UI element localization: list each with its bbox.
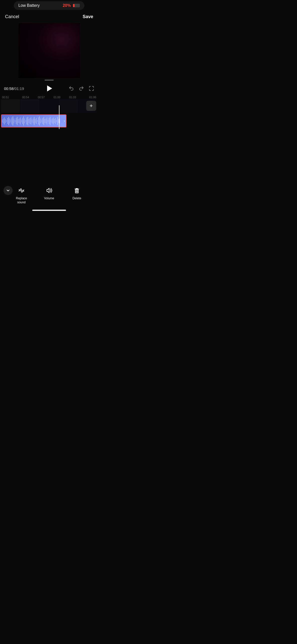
svg-rect-16 xyxy=(19,118,20,123)
undo-icon[interactable] xyxy=(69,86,74,91)
svg-rect-50 xyxy=(55,118,56,124)
waveform-svg xyxy=(2,115,60,127)
ruler-00-51: 00:51 xyxy=(1,96,18,99)
svg-rect-42 xyxy=(47,117,47,124)
ruler-00-57: 00:57 xyxy=(34,96,49,99)
ruler-01-03: 01:03 xyxy=(65,96,80,99)
svg-rect-26 xyxy=(30,118,30,124)
save-button[interactable]: Save xyxy=(83,14,93,19)
svg-rect-38 xyxy=(42,118,43,124)
svg-rect-45 xyxy=(50,117,50,125)
svg-point-55 xyxy=(21,190,22,191)
video-thumb-3 xyxy=(40,99,59,113)
plus-icon: + xyxy=(90,103,93,109)
svg-rect-2 xyxy=(4,117,5,124)
svg-rect-51 xyxy=(56,120,57,122)
svg-rect-35 xyxy=(39,116,40,125)
svg-rect-43 xyxy=(48,120,48,122)
cancel-button[interactable]: Cancel xyxy=(5,14,19,19)
svg-rect-52 xyxy=(57,117,58,125)
replace-sound-icon xyxy=(17,186,26,195)
svg-rect-13 xyxy=(16,118,16,124)
svg-rect-27 xyxy=(31,117,31,124)
svg-rect-3 xyxy=(5,119,6,123)
svg-rect-8 xyxy=(11,119,11,122)
svg-rect-29 xyxy=(33,118,33,123)
total-time: 01:19 xyxy=(15,86,24,91)
status-bar: Low Battery 20% xyxy=(0,0,98,11)
battery-label: Low Battery xyxy=(18,3,40,8)
current-time: 00:58 xyxy=(4,86,14,91)
battery-body xyxy=(73,4,80,7)
svg-rect-21 xyxy=(24,118,25,123)
drag-handle[interactable] xyxy=(45,80,54,81)
svg-rect-5 xyxy=(7,118,8,124)
svg-rect-12 xyxy=(15,120,15,122)
svg-rect-15 xyxy=(18,119,18,123)
svg-rect-24 xyxy=(27,117,28,125)
ruler-00-54: 00:54 xyxy=(18,96,33,99)
svg-rect-19 xyxy=(22,118,23,124)
svg-rect-44 xyxy=(49,118,49,124)
svg-rect-31 xyxy=(35,119,36,123)
delete-button[interactable]: Delete xyxy=(63,186,91,201)
replace-sound-label: Replacesound xyxy=(16,197,27,204)
svg-rect-18 xyxy=(21,119,22,122)
svg-rect-46 xyxy=(51,119,51,122)
volume-button[interactable]: Volume xyxy=(35,186,63,201)
svg-rect-9 xyxy=(12,117,12,124)
audio-track[interactable]: › xyxy=(1,114,67,127)
chevron-down-icon xyxy=(6,188,10,193)
svg-rect-33 xyxy=(37,120,38,122)
battery-icon xyxy=(73,4,80,7)
redo-icon[interactable] xyxy=(79,86,84,91)
svg-rect-53 xyxy=(58,119,59,123)
home-indicator xyxy=(0,208,98,213)
svg-rect-32 xyxy=(36,118,37,124)
battery-right: 20% xyxy=(63,3,80,8)
fullscreen-icon[interactable] xyxy=(89,86,94,91)
svg-rect-4 xyxy=(6,120,7,122)
battery-pill: Low Battery 20% xyxy=(14,1,84,10)
svg-rect-11 xyxy=(14,118,14,123)
video-thumb-2 xyxy=(20,99,39,113)
svg-rect-28 xyxy=(32,119,32,122)
svg-rect-36 xyxy=(40,118,41,123)
battery-percent: 20% xyxy=(63,3,71,8)
svg-rect-17 xyxy=(20,117,21,124)
time-display: 00:58/01:19 xyxy=(4,86,69,91)
video-thumb-4 xyxy=(59,99,78,113)
svg-rect-25 xyxy=(29,119,29,123)
svg-rect-20 xyxy=(23,116,24,125)
home-bar xyxy=(32,210,66,211)
bottom-toolbar: Replacesound Volume xyxy=(0,182,98,213)
ruler-01-00: 01:00 xyxy=(49,96,65,99)
video-thumb-1 xyxy=(1,99,20,113)
play-icon xyxy=(47,85,52,91)
video-preview xyxy=(18,23,80,78)
svg-rect-23 xyxy=(26,117,27,124)
svg-rect-39 xyxy=(44,117,44,125)
video-track[interactable] xyxy=(0,99,98,113)
ruler-01-06: 01:06 xyxy=(81,96,97,99)
svg-rect-54 xyxy=(59,118,60,123)
svg-rect-6 xyxy=(8,117,9,125)
audio-waveform: › xyxy=(2,115,66,127)
volume-label: Volume xyxy=(44,197,54,201)
svg-rect-48 xyxy=(53,117,54,124)
svg-rect-41 xyxy=(46,118,46,123)
svg-rect-47 xyxy=(52,118,52,123)
collapse-button[interactable] xyxy=(4,186,13,195)
nav-bar: Cancel Save xyxy=(0,11,98,22)
timeline-tracks: + xyxy=(0,99,98,129)
audio-expand-icon[interactable]: › xyxy=(64,119,65,123)
svg-rect-22 xyxy=(25,120,26,122)
add-clip-button[interactable]: + xyxy=(86,101,96,111)
volume-icon xyxy=(45,186,54,195)
svg-rect-40 xyxy=(45,119,45,123)
play-button[interactable] xyxy=(44,83,55,94)
delete-label: Delete xyxy=(73,197,81,201)
toolbar-row: Replacesound Volume xyxy=(0,182,98,208)
delete-icon xyxy=(72,186,81,195)
playback-controls: 00:58/01:19 xyxy=(0,82,98,95)
